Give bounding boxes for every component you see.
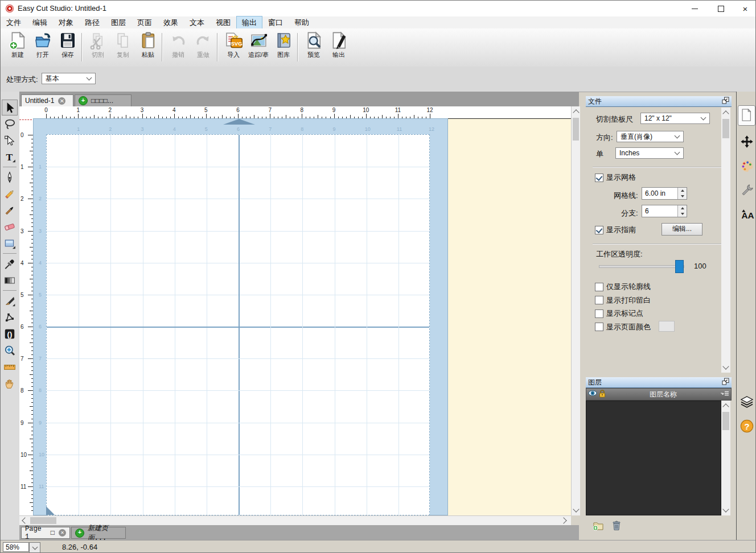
hand-tool[interactable] (2, 375, 18, 391)
units-dropdown[interactable]: Inches (615, 147, 684, 159)
opacity-slider-handle[interactable] (675, 260, 684, 273)
tab-page-1[interactable]: Page 1 □ ✕ (21, 527, 70, 539)
scroll-right-icon[interactable] (559, 516, 568, 525)
scrollbar-thumb[interactable] (722, 412, 729, 430)
scroll-up-icon[interactable] (721, 109, 730, 117)
page-color-swatch[interactable] (659, 321, 675, 332)
brush-tool[interactable] (2, 203, 18, 218)
menu-编辑[interactable]: 编辑 (27, 16, 52, 29)
dock-fonts-button[interactable]: AA (738, 204, 755, 225)
spin-down-icon[interactable] (678, 211, 687, 217)
tab-new-page[interactable]: + 新建页面... (71, 527, 126, 539)
checkbox-checked-icon[interactable] (595, 174, 603, 182)
redo-button[interactable]: 重做 (191, 31, 216, 64)
zoom-dropdown-button[interactable] (29, 542, 40, 553)
scroll-down-icon[interactable] (572, 506, 580, 514)
menu-文本[interactable]: 文本 (184, 16, 209, 29)
import-button[interactable]: SVG导入 (221, 31, 246, 64)
pencil-tool[interactable] (2, 186, 18, 202)
delete-layer-button[interactable] (610, 519, 623, 533)
pen-tool[interactable] (2, 170, 18, 185)
checkbox-unchecked-icon[interactable] (595, 283, 603, 291)
menu-效果[interactable]: 效果 (158, 16, 183, 29)
knife-tool[interactable] (2, 293, 18, 309)
open-button[interactable]: 打开 (30, 31, 55, 64)
node-select-tool[interactable] (2, 133, 18, 148)
rectangle-tool[interactable] (2, 236, 18, 251)
shape-edit-tool[interactable] (2, 309, 18, 325)
paste-button[interactable]: 粘贴 (135, 31, 161, 64)
checkbox-checked-icon[interactable] (595, 226, 603, 234)
display-option-checkbox[interactable]: 显示页面颜色 (595, 322, 651, 332)
layers-scrollbar[interactable] (721, 401, 730, 515)
layer-list[interactable] (586, 401, 721, 515)
select-tool[interactable] (2, 100, 18, 115)
menu-帮助[interactable]: 帮助 (289, 16, 314, 29)
scroll-up-icon[interactable] (721, 402, 730, 410)
show-grid-checkbox[interactable]: 显示网格 (595, 172, 636, 183)
opacity-slider-track[interactable] (599, 265, 684, 268)
maximize-button[interactable] (708, 1, 734, 16)
subdivision-spinner[interactable]: 6 (642, 205, 687, 217)
dock-palette-button[interactable] (738, 156, 755, 176)
cutting-area-grid[interactable] (46, 134, 430, 515)
close-tab-icon[interactable]: ✕ (58, 97, 65, 105)
menu-文件[interactable]: 文件 (1, 16, 26, 29)
checkbox-unchecked-icon[interactable] (595, 296, 603, 304)
layer-menu-icon[interactable] (720, 389, 729, 399)
scroll-down-icon[interactable] (721, 363, 730, 372)
menu-视图[interactable]: 视图 (211, 16, 236, 29)
cut-button[interactable]: 切割 (85, 31, 110, 64)
preview-button[interactable]: 预览 (301, 31, 326, 64)
scrollbar-thumb[interactable] (573, 118, 579, 141)
menu-输出[interactable]: 输出 (237, 16, 262, 29)
dock-help-button[interactable]: ? (738, 416, 755, 436)
zoom-tool[interactable] (2, 342, 18, 358)
menu-路径[interactable]: 路径 (80, 16, 105, 29)
show-guides-checkbox[interactable]: 显示指南 (595, 225, 636, 235)
copy-button[interactable]: 复制 (110, 31, 135, 64)
canvas-vertical-scrollbar[interactable] (571, 106, 580, 515)
save-button[interactable]: 保存 (55, 31, 80, 64)
scrollbar-thumb[interactable] (30, 517, 56, 524)
mode-dropdown[interactable]: 基本 (42, 73, 96, 84)
checkbox-unchecked-icon[interactable] (595, 323, 603, 331)
eraser-tool[interactable] (2, 219, 18, 235)
eyedropper-tool[interactable] (2, 256, 18, 272)
close-button[interactable]: × (734, 1, 756, 16)
dock-document-button[interactable] (738, 105, 755, 126)
trace-button[interactable]: 追踪/摹 (246, 31, 271, 64)
gradient-tool[interactable] (2, 273, 18, 288)
menu-窗口[interactable]: 窗口 (263, 16, 288, 29)
file-panel-scrollbar[interactable] (721, 108, 730, 373)
library-button[interactable]: 图库 (271, 31, 296, 64)
menu-图层[interactable]: 图层 (106, 16, 131, 29)
text-tool[interactable]: T (2, 149, 18, 165)
measure-tool[interactable] (2, 359, 18, 375)
menu-对象[interactable]: 对象 (54, 16, 79, 29)
spin-down-icon[interactable] (678, 193, 687, 199)
lock-icon[interactable] (598, 389, 606, 400)
lasso-tool[interactable] (2, 116, 18, 132)
close-tab-icon[interactable]: ✕ (59, 529, 66, 537)
orientation-dropdown[interactable]: 垂直(肖像) (617, 131, 684, 142)
new-button[interactable]: 新建 (5, 31, 30, 64)
output-button[interactable]: 输出 (326, 31, 351, 64)
display-option-checkbox[interactable]: 显示打印留白 (595, 295, 651, 306)
visibility-eye-icon[interactable] (588, 389, 597, 399)
edit-guides-button[interactable]: 编辑... (662, 223, 702, 236)
mat-size-dropdown[interactable]: 12" x 12" (640, 113, 710, 124)
scroll-up-icon[interactable] (572, 108, 580, 116)
mirror-tool[interactable]: () (2, 326, 18, 342)
scroll-left-icon[interactable] (20, 516, 29, 525)
scroll-down-icon[interactable] (721, 506, 730, 514)
scrollbar-thumb[interactable] (722, 119, 729, 138)
tab-new-project[interactable]: + □□□□... (75, 94, 132, 106)
dock-tools-button[interactable] (738, 180, 755, 201)
menu-页面[interactable]: 页面 (132, 16, 157, 29)
popout-icon[interactable] (722, 377, 729, 387)
checkbox-unchecked-icon[interactable] (595, 309, 603, 318)
gridline-spinner[interactable]: 6.00 in (642, 187, 687, 200)
display-option-checkbox[interactable]: 仅显示轮廓线 (595, 282, 651, 292)
tab-untitled-1[interactable]: Untitled-1 ✕ (21, 94, 73, 106)
